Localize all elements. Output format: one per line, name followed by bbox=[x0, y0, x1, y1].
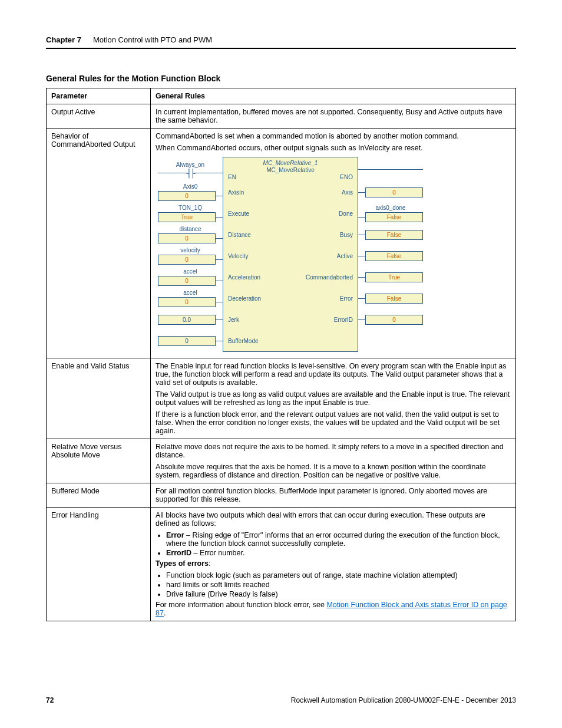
types-label: Types of errors bbox=[156, 559, 209, 568]
list-item: Drive failure (Drive Ready is false) bbox=[166, 590, 511, 598]
table-row: Buffered Mode For all motion control fun… bbox=[47, 483, 516, 508]
para: All blocks have two outputs which deal w… bbox=[156, 511, 511, 528]
fb-label: axis0_done bbox=[370, 205, 411, 211]
fb-val: 0 bbox=[158, 255, 216, 265]
table-row: Output Active In current implementation,… bbox=[47, 104, 516, 129]
rules-cell: For all motion control function blocks, … bbox=[151, 483, 516, 508]
fb-label: Axis0 bbox=[170, 183, 211, 190]
fb-port: ErrorID bbox=[334, 317, 353, 323]
fb-val: 0 bbox=[158, 336, 216, 346]
fb-port: Jerk bbox=[228, 317, 239, 323]
param-cell: Output Active bbox=[47, 104, 151, 129]
list-item: hard limits or soft limits reached bbox=[166, 581, 511, 589]
th-rules: General Rules bbox=[151, 88, 516, 104]
param-cell: Buffered Mode bbox=[47, 483, 151, 508]
fb-port-eno: ENO bbox=[340, 174, 353, 180]
fb-port: Commandaborted bbox=[306, 274, 353, 281]
fb-port: Axis bbox=[342, 189, 353, 196]
rules-cell: In current implementation, buffered move… bbox=[151, 104, 516, 129]
fb-val: True bbox=[158, 212, 216, 222]
fb-val: 0 bbox=[158, 233, 216, 243]
fb-port: Done bbox=[339, 210, 353, 217]
table-row: Error Handling All blocks have two outpu… bbox=[47, 508, 516, 621]
more-pre: For more information about function bloc… bbox=[156, 601, 326, 609]
fb-port: AxisIn bbox=[228, 189, 244, 196]
fb-label: TON_1Q bbox=[170, 205, 211, 211]
table-row: Behavior of CommandAborted Output Comman… bbox=[47, 129, 516, 358]
fb-val: 0 bbox=[158, 297, 216, 307]
section-title: General Rules for the Motion Function Bl… bbox=[46, 74, 516, 83]
table-row: Relative Move versus Absolute Move Relat… bbox=[47, 439, 516, 483]
fb-always-on: Always_on bbox=[170, 162, 211, 168]
fb-label: velocity bbox=[170, 247, 211, 253]
term: ErrorID bbox=[166, 549, 191, 557]
para: If there is a function block error, and … bbox=[156, 410, 511, 435]
fb-val: False bbox=[365, 212, 423, 222]
fb-port: Acceleration bbox=[228, 274, 260, 281]
fb-val: False bbox=[365, 230, 423, 240]
param-cell: Error Handling bbox=[47, 508, 151, 621]
rules-table: Parameter General Rules Output Active In… bbox=[46, 88, 516, 621]
list-item: ErrorID – Error number. bbox=[166, 549, 511, 557]
fb-port-en: EN bbox=[228, 174, 236, 180]
fb-header: MC_MoveRelative_1 MC_MoveRelative EN ENO bbox=[223, 157, 358, 182]
list-item: Function block logic (such as parameters… bbox=[166, 571, 511, 579]
para: Absolute move requires that the axis be … bbox=[156, 463, 511, 479]
para: The Enable input for read function block… bbox=[156, 362, 511, 387]
list-item: Error – Rising edge of "Error" informs t… bbox=[166, 531, 511, 548]
param-cell: Enable and Valid Status bbox=[47, 358, 151, 439]
table-row: Enable and Valid Status The Enable input… bbox=[47, 358, 516, 439]
param-cell: Behavior of CommandAborted Output bbox=[47, 129, 151, 358]
more-post: . bbox=[164, 609, 166, 617]
fb-port: Busy bbox=[340, 232, 353, 238]
fb-val: 0 bbox=[158, 191, 216, 201]
fb-port: Error bbox=[340, 295, 353, 302]
fb-val: False bbox=[365, 251, 423, 261]
fb-label: accel bbox=[170, 268, 211, 275]
fb-label: distance bbox=[170, 226, 211, 232]
fb-val: 0 bbox=[365, 187, 423, 197]
page-footer: 72 Rockwell Automation Publication 2080-… bbox=[46, 696, 516, 704]
chapter-title: Motion Control with PTO and PWM bbox=[93, 35, 212, 44]
rules-cell: CommandAborted is set when a commanded m… bbox=[151, 129, 516, 358]
para: The Valid output is true as long as vali… bbox=[156, 390, 511, 407]
param-cell: Relative Move versus Absolute Move bbox=[47, 439, 151, 483]
fb-title: MC_MoveRelative_1 bbox=[263, 160, 318, 166]
page-number: 72 bbox=[46, 696, 54, 704]
fb-val: 0 bbox=[158, 276, 216, 286]
fb-val: 0.0 bbox=[158, 315, 216, 325]
bullet-list: Function block logic (such as parameters… bbox=[156, 571, 511, 598]
bullet-list: Error – Rising edge of "Error" informs t… bbox=[156, 531, 511, 557]
fb-port: Deceleration bbox=[228, 295, 261, 302]
page-header: Chapter 7 Motion Control with PTO and PW… bbox=[46, 35, 516, 49]
function-block-diagram: Always_on ┤├ MC_MoveRelative_1 MC_MoveRe… bbox=[158, 157, 423, 352]
fb-port: Execute bbox=[228, 210, 249, 217]
rules-cell: Relative move does not require the axis … bbox=[151, 439, 516, 483]
chapter-label: Chapter 7 bbox=[46, 35, 81, 44]
para: When CommandAborted occurs, other output… bbox=[156, 144, 511, 152]
page: Chapter 7 Motion Control with PTO and PW… bbox=[0, 0, 562, 728]
fb-label: accel bbox=[170, 289, 211, 296]
fb-port: Active bbox=[337, 253, 353, 259]
para: Types of errors: bbox=[156, 559, 511, 568]
para: Relative move does not require the axis … bbox=[156, 443, 511, 459]
rules-cell: The Enable input for read function block… bbox=[151, 358, 516, 439]
fb-subtitle: MC_MoveRelative bbox=[266, 167, 315, 173]
fb-val: False bbox=[365, 294, 423, 304]
para: For more information about function bloc… bbox=[156, 601, 511, 617]
fb-val: True bbox=[365, 272, 423, 282]
term-desc: – Rising edge of "Error" informs that an… bbox=[166, 531, 500, 548]
fb-port: Velocity bbox=[228, 253, 248, 259]
th-parameter: Parameter bbox=[47, 88, 151, 104]
fb-port: Distance bbox=[228, 232, 251, 238]
fb-port: BufferMode bbox=[228, 338, 259, 344]
para: CommandAborted is set when a commanded m… bbox=[156, 132, 511, 140]
fb-val: 0 bbox=[365, 315, 423, 325]
rules-cell: All blocks have two outputs which deal w… bbox=[151, 508, 516, 621]
term: Error bbox=[166, 531, 184, 539]
publication-id: Rockwell Automation Publication 2080-UM0… bbox=[291, 696, 516, 704]
contact-icon: ┤├ bbox=[158, 169, 223, 178]
term-desc: – Error number. bbox=[191, 549, 244, 557]
